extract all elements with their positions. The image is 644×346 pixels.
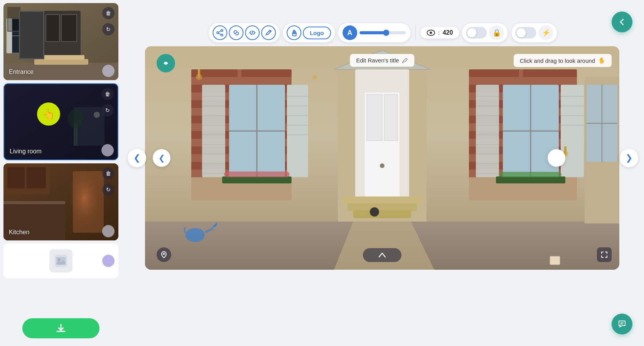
pencil-icon <box>265 29 272 36</box>
toolbar-logo-group: Logo <box>283 23 335 42</box>
svg-point-135 <box>370 207 379 217</box>
privacy-toggle[interactable] <box>466 27 487 39</box>
views-separator: : <box>438 30 440 36</box>
svg-rect-11 <box>38 11 40 17</box>
svg-rect-114 <box>561 85 584 177</box>
svg-point-150 <box>599 226 601 228</box>
privacy-toggle-knob <box>467 28 477 37</box>
look-around-hint: Click and drag to look around ✋ <box>514 54 612 67</box>
room-kitchen-label: Kitchen <box>9 229 29 236</box>
svg-rect-88 <box>367 94 382 141</box>
svg-point-43 <box>430 32 432 34</box>
room-entrance-select[interactable] <box>102 65 115 77</box>
chat-button[interactable] <box>612 314 632 334</box>
svg-point-147 <box>490 233 494 237</box>
svg-rect-96 <box>523 69 577 77</box>
svg-point-141 <box>206 226 208 228</box>
chevron-up-icon <box>378 252 387 259</box>
edit-button[interactable] <box>261 25 276 40</box>
share-icon <box>216 29 223 36</box>
pano-nav-left[interactable]: ❮ <box>153 149 170 167</box>
svg-rect-81 <box>222 176 292 183</box>
toolbar-views-group: : 420 <box>420 27 459 39</box>
room-card-kitchen[interactable]: Kitchen 🗑 ↻ <box>3 163 118 240</box>
svg-rect-128 <box>496 176 565 183</box>
svg-rect-8 <box>7 18 12 53</box>
svg-point-20 <box>68 109 83 128</box>
room-living-select[interactable] <box>101 144 114 156</box>
code-button[interactable] <box>245 25 260 40</box>
room-entrance-refresh[interactable]: ↻ <box>102 23 115 35</box>
outer-nav-left[interactable]: ❮ <box>128 149 146 167</box>
svg-point-34 <box>221 34 223 36</box>
svg-line-40 <box>266 34 266 35</box>
svg-point-144 <box>278 233 282 237</box>
room-card-living[interactable]: 👆 Living room 🗑 ↻ <box>3 83 118 160</box>
svg-rect-3 <box>46 15 59 42</box>
panorama-logo <box>157 54 175 72</box>
room-living-refresh[interactable]: ↻ <box>101 104 114 116</box>
share-button[interactable] <box>212 25 227 40</box>
room-entrance-delete[interactable]: 🗑 <box>102 7 115 19</box>
pano-location-button[interactable] <box>157 247 171 262</box>
toolbar-toggle-group: 🔒 ⚡ <box>462 23 557 42</box>
add-room-icon <box>49 249 72 272</box>
svg-line-37 <box>219 33 221 35</box>
toolbar: Logo A : 420 🔒 <box>209 23 557 42</box>
code-icon <box>249 29 256 36</box>
svg-line-41 <box>269 31 270 32</box>
pano-chevron-up[interactable] <box>363 248 401 262</box>
outer-nav-right[interactable]: ❯ <box>620 149 638 167</box>
toolbar-divider <box>415 25 416 40</box>
svg-point-148 <box>529 228 532 230</box>
back-arrow-icon <box>617 17 627 27</box>
svg-point-33 <box>221 30 223 32</box>
font-a-button[interactable]: A <box>342 25 357 40</box>
hand-icon: ✋ <box>598 57 605 64</box>
room-card-entrance[interactable]: Entrance 🗑 ↻ <box>3 3 118 80</box>
link-icon <box>233 29 239 36</box>
svg-point-139 <box>163 228 165 230</box>
lightning-button[interactable]: ⚡ <box>539 25 553 40</box>
svg-rect-110 <box>476 85 499 177</box>
hand-drag-icon <box>290 29 298 37</box>
link-button[interactable] <box>229 25 243 40</box>
svg-rect-129 <box>500 172 561 177</box>
room-living-delete[interactable]: 🗑 <box>101 88 114 100</box>
svg-point-18 <box>94 112 100 118</box>
drag-button[interactable] <box>287 25 301 40</box>
svg-rect-62 <box>202 85 225 177</box>
outer-nav-left-icon: ❮ <box>133 153 140 163</box>
main-area: Logo A : 420 🔒 <box>122 0 644 346</box>
power-toggle-group: ⚡ <box>512 23 557 42</box>
edit-title-bar[interactable]: Edit Raven's title <box>350 54 414 67</box>
back-button[interactable] <box>612 12 632 32</box>
svg-point-140 <box>182 233 185 237</box>
sidebar: Entrance 🗑 ↻ <box>0 0 122 346</box>
pano-nav-left-icon: ❮ <box>158 153 165 163</box>
room-kitchen-delete[interactable]: 🗑 <box>102 167 115 180</box>
room-kitchen-refresh[interactable]: ↻ <box>102 183 115 196</box>
room-kitchen-select[interactable] <box>102 225 115 237</box>
svg-rect-91 <box>342 197 423 204</box>
download-button[interactable] <box>22 318 99 338</box>
image-placeholder-icon <box>55 255 67 267</box>
logo-button[interactable]: Logo <box>303 27 331 39</box>
svg-point-143 <box>252 224 254 227</box>
svg-rect-95 <box>469 69 519 77</box>
lock-button[interactable]: 🔒 <box>489 25 504 40</box>
panorama-viewer[interactable]: Edit Raven's title Click and drag to loo… <box>145 46 619 270</box>
download-icon <box>56 323 66 334</box>
power-toggle[interactable] <box>516 27 536 39</box>
location-icon <box>160 251 168 259</box>
svg-rect-26 <box>7 167 25 188</box>
look-around-text: Click and drag to look around <box>520 57 595 64</box>
svg-rect-133 <box>564 146 566 155</box>
pano-fullscreen-button[interactable] <box>597 247 612 262</box>
power-toggle-knob <box>517 28 526 37</box>
font-size-slider[interactable] <box>359 31 406 34</box>
svg-rect-161 <box>550 256 560 265</box>
svg-rect-9 <box>38 18 43 53</box>
add-room-card[interactable] <box>3 244 118 278</box>
pano-nav-right[interactable] <box>548 149 565 167</box>
